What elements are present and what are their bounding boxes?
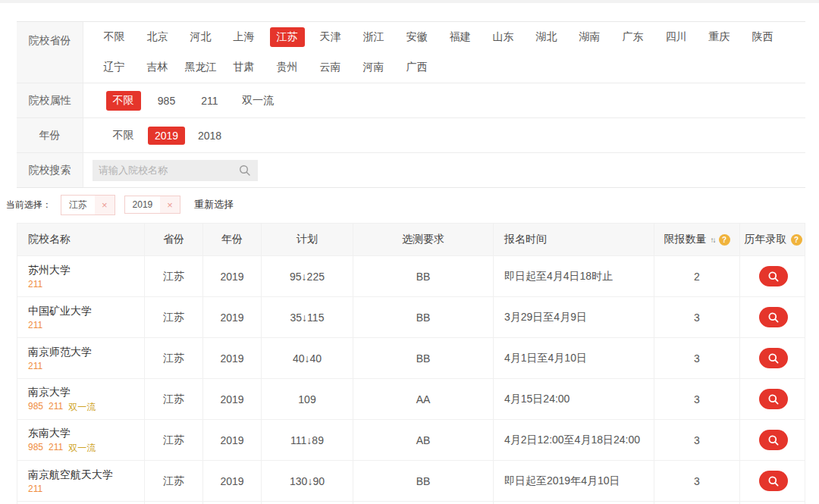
province-option-label: 不限	[97, 27, 132, 47]
header-history: 历年录取 ?	[740, 224, 806, 255]
province-option[interactable]: 吉林	[136, 58, 179, 77]
limit-cell: 3	[654, 338, 740, 378]
magnifier-icon	[767, 393, 780, 406]
university-name[interactable]: 南京航空航天大学	[28, 468, 113, 482]
province-cell: 江苏	[145, 256, 203, 296]
header-province: 省份	[145, 224, 203, 255]
province-option-label: 湖北	[529, 27, 564, 47]
header-year: 年份	[203, 224, 262, 255]
search-icon[interactable]	[238, 164, 258, 177]
university-cell: 南京师范大学 211	[17, 338, 145, 378]
table-header-row: 院校名称 省份 年份 计划 选测要求 报名时间 限报数量 ↑↓ ? 历年录取 ?	[17, 224, 805, 256]
help-icon[interactable]: ?	[719, 234, 730, 246]
history-search-button[interactable]	[759, 266, 788, 286]
history-search-button[interactable]	[759, 348, 788, 368]
year-options: 不限 2019 2018	[83, 118, 805, 152]
close-icon[interactable]: ×	[95, 196, 115, 214]
attribute-option[interactable]: 211	[188, 92, 231, 110]
province-option[interactable]: 湖南	[568, 27, 611, 47]
province-option[interactable]: 贵州	[265, 58, 309, 77]
province-option[interactable]: 重庆	[698, 27, 741, 47]
province-cell: 江苏	[145, 338, 203, 378]
university-tags: 985 211 双一流	[28, 442, 96, 455]
attribute-option-selected[interactable]: 不限	[102, 91, 145, 111]
table-row: 南京大学 985 211 双一流 江苏 2019 109 AA 4月15日24:…	[17, 379, 805, 420]
time-cell: 3月29日至4月9日	[494, 297, 654, 337]
university-name[interactable]: 东南大学	[28, 426, 71, 440]
province-option[interactable]: 甘肃	[222, 58, 265, 77]
university-name[interactable]: 苏州大学	[28, 263, 71, 277]
province-option-label: 河南	[356, 58, 391, 77]
province-cell: 江苏	[145, 297, 203, 337]
year-option-selected[interactable]: 2019	[145, 127, 188, 145]
province-option[interactable]: 黑龙江	[179, 58, 222, 77]
province-option[interactable]: 河北	[179, 27, 222, 47]
filter-panel: 院校省份 不限 北京 河北 上海 江苏 天津 浙江 安徽 福建 山东 湖北 湖南…	[17, 21, 805, 188]
time-cell: 即日起至4月4日18时止	[494, 256, 654, 296]
reset-selection-button[interactable]: 重新选择	[194, 198, 234, 211]
attribute-option[interactable]: 985	[145, 92, 188, 110]
province-line-2: 辽宁 吉林 黑龙江 甘肃 贵州 云南 河南 广西	[93, 52, 805, 83]
current-selection-bar: 当前选择： 江苏 × 2019 × 重新选择	[0, 189, 819, 220]
help-icon[interactable]: ?	[791, 234, 802, 246]
province-option[interactable]: 四川	[654, 27, 698, 47]
province-option-label: 贵州	[270, 58, 305, 77]
province-option-label: 陕西	[745, 27, 780, 47]
province-option[interactable]: 广西	[395, 58, 438, 77]
year-option[interactable]: 2018	[188, 127, 231, 145]
header-time: 报名时间	[494, 224, 654, 255]
limit-cell: 3	[654, 420, 740, 460]
time-cell: 即日起至2019年4月10日	[494, 461, 654, 501]
province-option-label: 广东	[616, 27, 651, 47]
province-option[interactable]: 湖北	[525, 27, 568, 47]
header-limit-label: 限报数量	[664, 233, 707, 246]
province-option[interactable]: 山东	[482, 27, 525, 47]
time-cell: 4月1日至4月10日	[494, 338, 654, 378]
header-history-label: 历年录取	[745, 233, 787, 246]
university-tags: 211	[28, 279, 42, 290]
filter-label-search: 院校搜索	[17, 153, 83, 187]
province-option[interactable]: 上海	[222, 27, 265, 47]
province-option[interactable]: 广东	[611, 27, 654, 47]
province-option-label: 安徽	[400, 27, 435, 47]
tag-211: 211	[49, 401, 63, 414]
province-options: 不限 北京 河北 上海 江苏 天津 浙江 安徽 福建 山东 湖北 湖南 广东 四…	[83, 22, 805, 83]
filter-label-province: 院校省份	[17, 22, 83, 83]
history-search-button[interactable]	[759, 389, 788, 409]
province-option[interactable]: 云南	[309, 58, 352, 77]
province-option-label: 浙江	[356, 27, 391, 47]
province-option-label: 吉林	[140, 58, 175, 77]
province-option[interactable]: 辽宁	[93, 58, 136, 77]
attribute-option[interactable]: 双一流	[231, 91, 284, 111]
tag-double-first-class: 双一流	[68, 401, 96, 414]
selected-filter-text: 2019	[125, 196, 161, 213]
history-search-button[interactable]	[759, 307, 788, 327]
province-option-label: 湖南	[573, 27, 607, 47]
province-option-selected[interactable]: 江苏	[265, 27, 309, 47]
year-option[interactable]: 不限	[102, 126, 145, 146]
school-search-box	[93, 160, 258, 181]
history-search-button[interactable]	[759, 471, 788, 491]
university-name[interactable]: 南京大学	[28, 385, 71, 399]
school-search-input[interactable]	[93, 164, 238, 176]
province-option[interactable]: 福建	[438, 27, 482, 47]
province-option[interactable]: 不限	[93, 27, 136, 47]
plan-cell: 40↓40	[262, 338, 353, 378]
close-icon[interactable]: ×	[160, 196, 180, 213]
province-option[interactable]: 安徽	[395, 27, 438, 47]
history-search-button[interactable]	[759, 430, 788, 450]
magnifier-icon	[767, 352, 780, 365]
university-name[interactable]: 南京师范大学	[28, 345, 92, 359]
plan-cell: 35↓115	[262, 297, 353, 337]
province-option[interactable]: 陕西	[741, 27, 784, 47]
filter-label-attribute: 院校属性	[17, 83, 83, 117]
sort-icon[interactable]: ↑↓	[711, 236, 715, 244]
province-option[interactable]: 北京	[136, 27, 179, 47]
province-option[interactable]: 天津	[309, 27, 352, 47]
university-name[interactable]: 中国矿业大学	[28, 304, 92, 318]
province-option-label: 广西	[400, 58, 435, 77]
province-option[interactable]: 浙江	[352, 27, 395, 47]
province-cell: 江苏	[145, 379, 203, 419]
university-tags: 985 211 双一流	[28, 401, 96, 414]
province-option[interactable]: 河南	[352, 58, 395, 77]
